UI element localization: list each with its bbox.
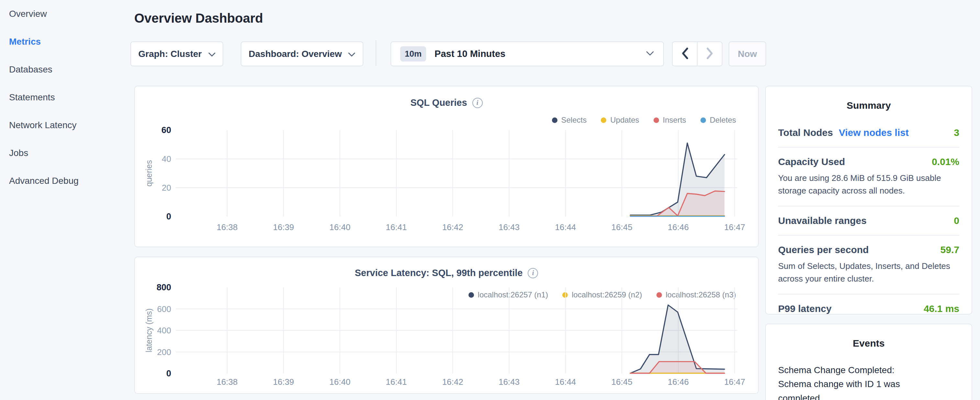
x-tick-label: 16:46 — [668, 222, 689, 232]
x-tick-label: 16:39 — [273, 222, 294, 232]
summary-row-value: 0 — [954, 215, 959, 226]
sidebar: OverviewMetricsDatabasesStatementsNetwor… — [0, 0, 129, 400]
time-range-selector[interactable]: 10m Past 10 Minutes — [390, 41, 664, 66]
x-tick-label: 16:45 — [611, 377, 633, 387]
time-backward-button[interactable] — [673, 42, 697, 66]
summary-row-value: 46.1 ms — [924, 303, 959, 314]
x-tick-label: 16:40 — [329, 377, 350, 387]
event-item: Schema Change Completed: Schema change w… — [778, 363, 959, 400]
x-tick-label: 16:38 — [216, 222, 237, 232]
events-title: Events — [778, 338, 959, 349]
x-tick-label: 16:42 — [442, 222, 463, 232]
sidebar-item-statements[interactable]: Statements — [0, 83, 129, 112]
summary-row-label: Unavailable ranges — [778, 215, 866, 226]
sidebar-item-metrics[interactable]: Metrics — [0, 28, 129, 56]
x-tick-label: 16:47 — [724, 222, 745, 232]
controls-divider — [375, 40, 376, 66]
summary-row: Unavailable ranges0 — [778, 215, 959, 226]
summary-row: Capacity Used0.01%You are using 28.6 MiB… — [778, 156, 959, 197]
chevron-left-icon — [681, 47, 689, 61]
sidebar-item-network-latency[interactable]: Network Latency — [0, 112, 129, 139]
dashboard-dropdown[interactable]: Dashboard: Overview — [241, 41, 363, 66]
y-tick-label: 0 — [166, 369, 171, 378]
y-tick-label: 400 — [157, 325, 171, 335]
time-range-badge: 10m — [400, 46, 426, 62]
graph-dropdown-label: Graph: Cluster — [138, 49, 202, 59]
x-tick-label: 16:40 — [329, 222, 350, 232]
summary-row-value: 59.7 — [940, 244, 959, 255]
sidebar-item-databases[interactable]: Databases — [0, 56, 129, 83]
x-tick-label: 16:45 — [611, 222, 633, 232]
y-tick-label: 200 — [157, 347, 171, 357]
summary-row-label: P99 latency — [778, 303, 832, 314]
dashboard-dropdown-label: Dashboard: Overview — [249, 49, 342, 59]
chevron-down-icon — [208, 49, 215, 59]
x-tick-label: 16:44 — [555, 377, 576, 387]
summary-divider — [778, 206, 959, 207]
summary-row-label: Total Nodes — [778, 127, 833, 138]
summary-panel: Summary Total NodesView nodes list3Capac… — [765, 86, 972, 315]
y-tick-label: 60 — [161, 125, 171, 135]
chart-card-service-latency: Service Latency: SQL, 99th percentileilo… — [134, 257, 759, 394]
page-title: Overview Dashboard — [134, 11, 263, 25]
sidebar-item-jobs[interactable]: Jobs — [0, 139, 129, 167]
chart-plot-area[interactable]: 16:3816:3916:4016:4116:4216:4316:4416:45… — [135, 257, 758, 393]
x-tick-label: 16:39 — [273, 377, 294, 387]
summary-row: Total NodesView nodes list3 — [778, 127, 959, 138]
view-nodes-list-link[interactable]: View nodes list — [838, 127, 908, 138]
chart-plot-area[interactable]: 16:3816:3916:4016:4116:4216:4316:4416:45… — [135, 86, 758, 247]
x-tick-label: 16:41 — [386, 222, 407, 232]
summary-row-label: Capacity Used — [778, 156, 845, 167]
time-step-buttons — [672, 41, 722, 66]
time-forward-button[interactable] — [697, 42, 722, 66]
summary-divider — [778, 294, 959, 295]
y-tick-label: 600 — [157, 304, 171, 314]
summary-row-label: Queries per second — [778, 244, 869, 255]
x-tick-label: 16:42 — [442, 377, 463, 387]
summary-row-description: You are using 28.6 MiB of 515.9 GiB usab… — [778, 172, 959, 197]
sidebar-item-advanced-debug[interactable]: Advanced Debug — [0, 167, 129, 195]
summary-row-description: Sum of Selects, Updates, Inserts, and De… — [778, 260, 959, 285]
sidebar-item-overview[interactable]: Overview — [0, 0, 129, 28]
chevron-right-icon — [706, 47, 714, 61]
x-tick-label: 16:41 — [386, 377, 407, 387]
summary-title: Summary — [778, 100, 959, 111]
chevron-down-icon — [646, 51, 654, 57]
y-axis-label: queries — [144, 160, 153, 187]
x-tick-label: 16:43 — [499, 222, 520, 232]
now-button[interactable]: Now — [729, 41, 766, 66]
summary-divider — [778, 147, 959, 148]
summary-row-value: 0.01% — [932, 156, 959, 167]
x-tick-label: 16:43 — [499, 377, 520, 387]
summary-row-value: 3 — [954, 127, 959, 138]
summary-divider — [778, 235, 959, 236]
y-tick-label: 20 — [162, 183, 171, 193]
x-tick-label: 16:47 — [724, 377, 745, 387]
events-panel: Events Schema Change Completed: Schema c… — [765, 324, 972, 400]
event-message: Schema Change Completed: Schema change w… — [778, 363, 930, 400]
time-range-label: Past 10 Minutes — [434, 49, 505, 59]
y-tick-label: 40 — [162, 154, 171, 164]
x-tick-label: 16:38 — [216, 377, 237, 387]
summary-row: P99 latency46.1 ms — [778, 303, 959, 314]
y-axis-label: latency (ms) — [144, 308, 153, 352]
y-tick-label: 800 — [157, 282, 171, 292]
chart-card-sql-queries: SQL QueriesiSelectsUpdatesInsertsDeletes… — [134, 86, 759, 247]
x-tick-label: 16:46 — [668, 377, 689, 387]
x-tick-label: 16:44 — [555, 222, 576, 232]
summary-row: Queries per second59.7Sum of Selects, Up… — [778, 244, 959, 285]
y-tick-label: 0 — [166, 212, 171, 222]
chevron-down-icon — [348, 49, 355, 59]
graph-dropdown[interactable]: Graph: Cluster — [130, 41, 223, 66]
